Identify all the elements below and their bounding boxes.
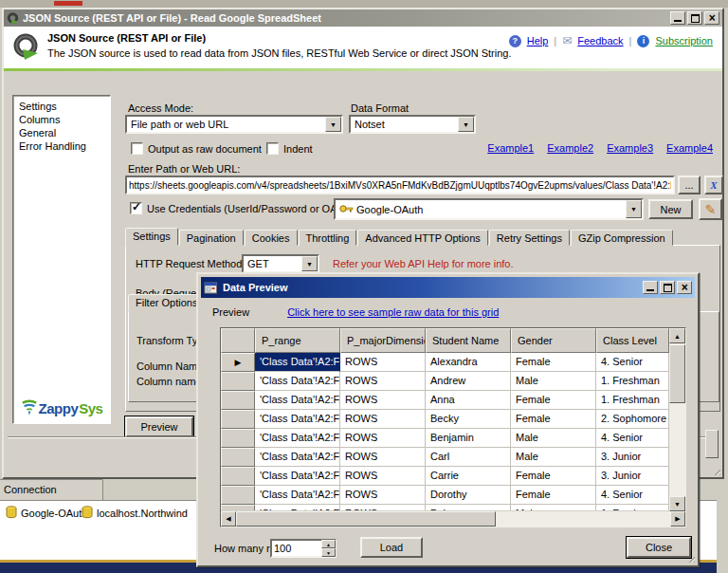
cell-student-name[interactable]: Dorothy	[426, 486, 511, 505]
cell-gender[interactable]: Female	[511, 467, 596, 486]
horizontal-scrollbar[interactable]: ◀ ▶	[221, 511, 685, 527]
tab[interactable]: Filter Options	[128, 294, 205, 312]
tab[interactable]: Throttling	[299, 230, 357, 246]
cell-p-range[interactable]: 'Class Data'!A2:F...	[255, 410, 340, 429]
tab[interactable]: Advanced HTTP Options	[357, 230, 487, 246]
new-credential-button[interactable]: New	[648, 199, 693, 219]
cell-gender[interactable]: Male	[511, 372, 596, 391]
cell-student-name[interactable]: Becky	[426, 410, 511, 429]
cell-p-majordimension[interactable]: ROWS	[340, 486, 426, 505]
cell-class-level[interactable]: 1. Freshman	[596, 505, 669, 510]
row-selector[interactable]: ▶	[221, 391, 255, 410]
row-selector[interactable]: ▶	[221, 429, 255, 448]
scrollbar-thumb[interactable]	[669, 344, 685, 403]
scroll-down-icon[interactable]: ▼	[669, 496, 685, 511]
sidebar-item[interactable]: Columns	[19, 113, 110, 126]
raw-data-link[interactable]: Click here to see sample raw data for th…	[287, 306, 499, 318]
access-mode-select[interactable]: File path or web URL ▼	[125, 115, 343, 134]
preview-button[interactable]: Preview	[125, 416, 193, 437]
expression-x-button[interactable]: X	[704, 176, 723, 194]
cell-student-name[interactable]: Anna	[426, 391, 511, 410]
cell-p-majordimension[interactable]: ROWS	[340, 505, 426, 510]
sidebar-item[interactable]: Settings	[19, 100, 110, 113]
credentials-select[interactable]: Google-OAuth ▼	[334, 198, 644, 220]
cell-class-level[interactable]: 4. Senior	[596, 486, 669, 505]
cell-class-level[interactable]: 3. Junior	[596, 448, 669, 467]
example-link[interactable]: Example3	[607, 142, 653, 154]
cell-p-range[interactable]: 'Class Data'!A2:F...	[255, 372, 340, 391]
row-count-stepper[interactable]: ▲ ▼	[321, 540, 336, 557]
tab[interactable]: Pagination	[179, 230, 244, 246]
cell-gender[interactable]: Female	[511, 410, 596, 429]
table-row[interactable]: ▶ 'Class Data'!A2:F... ROWS Andrew Male …	[221, 372, 669, 391]
cell-p-range[interactable]: 'Class Data'!A2:F...	[255, 467, 340, 486]
cell-p-majordimension[interactable]: ROWS	[340, 448, 426, 467]
cell-p-range[interactable]: 'Class Data'!A2:F...	[255, 486, 340, 505]
row-selector[interactable]: ▶	[221, 353, 255, 372]
table-row[interactable]: ▶ 'Class Data'!A2:F... ROWS Dylan Male 1…	[221, 505, 669, 510]
url-input[interactable]	[125, 176, 675, 194]
table-row[interactable]: ▶ 'Class Data'!A2:F... ROWS Dorothy Fema…	[221, 486, 669, 505]
minimize-button[interactable]	[643, 281, 658, 294]
tab[interactable]: Settings	[125, 228, 178, 246]
cell-student-name[interactable]: Carrie	[426, 467, 511, 486]
connection-item-google-oauth[interactable]: Google-OAuth	[6, 506, 87, 520]
tab[interactable]: Cookies	[245, 230, 298, 246]
cell-p-majordimension[interactable]: ROWS	[340, 391, 426, 410]
table-row[interactable]: ▶ 'Class Data'!A2:F... ROWS Carrie Femal…	[221, 467, 669, 486]
cell-p-majordimension[interactable]: ROWS	[340, 467, 426, 486]
row-selector[interactable]: ▶	[221, 486, 255, 505]
cell-class-level[interactable]: 1. Freshman	[596, 391, 669, 410]
sidebar-item[interactable]: General	[19, 126, 110, 139]
tab[interactable]: Retry Settings	[489, 230, 570, 246]
scroll-up-icon[interactable]: ▲	[669, 328, 685, 343]
table-row[interactable]: ▶ 'Class Data'!A2:F... ROWS Carl Male 3.…	[221, 448, 669, 467]
maximize-button[interactable]	[687, 11, 702, 25]
scrollbar-thumb[interactable]	[236, 511, 496, 527]
cell-class-level[interactable]: 3. Junior	[596, 467, 669, 486]
data-format-select[interactable]: Notset ▼	[349, 115, 476, 134]
row-selector[interactable]: ▶	[221, 410, 255, 429]
spinner-down-icon[interactable]: ▼	[321, 548, 336, 557]
scrollbar-fragment[interactable]	[705, 430, 719, 458]
minimize-button[interactable]	[670, 11, 685, 25]
cell-p-range[interactable]: 'Class Data'!A2:F...	[255, 448, 340, 467]
cell-student-name[interactable]: Dylan	[426, 505, 511, 510]
cell-p-majordimension[interactable]: ROWS	[340, 372, 426, 391]
connection-managers-tab[interactable]: Connection Managers	[0, 479, 103, 501]
column-header[interactable]: Class Level	[596, 328, 669, 353]
spinner-up-icon[interactable]: ▲	[321, 540, 336, 548]
cell-gender[interactable]: Male	[511, 429, 596, 448]
cell-student-name[interactable]: Andrew	[426, 372, 511, 391]
cell-student-name[interactable]: Benjamin	[426, 429, 511, 448]
indent-checkbox[interactable]	[266, 142, 279, 155]
chevron-down-icon[interactable]: ▼	[626, 200, 642, 218]
column-header[interactable]: Gender	[511, 328, 596, 353]
close-button[interactable]: ×	[704, 11, 719, 25]
cell-p-range[interactable]: 'Class Data'!A2:F...	[255, 505, 340, 510]
chevron-down-icon[interactable]: ▼	[301, 256, 318, 271]
table-row[interactable]: ▶ 'Class Data'!A2:F... ROWS Benjamin Mal…	[221, 429, 669, 448]
maximize-button[interactable]	[660, 281, 675, 294]
load-button[interactable]: Load	[360, 537, 423, 558]
resize-grip[interactable]	[682, 549, 695, 563]
raw-document-checkbox[interactable]	[131, 142, 143, 155]
cell-gender[interactable]: Male	[511, 448, 596, 467]
chevron-down-icon[interactable]: ▼	[325, 117, 341, 132]
cell-p-majordimension[interactable]: ROWS	[340, 410, 426, 429]
scroll-left-icon[interactable]: ◀	[221, 511, 236, 527]
cell-p-majordimension[interactable]: ROWS	[340, 353, 426, 372]
subscription-link[interactable]: Subscription	[655, 35, 713, 46]
example-link[interactable]: Example4	[666, 142, 713, 154]
column-header[interactable]: P_range	[255, 328, 340, 353]
feedback-link[interactable]: Feedback	[577, 35, 623, 46]
cell-p-range[interactable]: 'Class Data'!A2:F...	[255, 353, 340, 372]
edit-credential-button[interactable]: ✎	[699, 198, 722, 220]
cell-p-majordimension[interactable]: ROWS	[340, 429, 426, 448]
cell-p-range[interactable]: 'Class Data'!A2:F...	[255, 391, 340, 410]
column-header[interactable]: Student Name	[426, 328, 511, 353]
example-link[interactable]: Example2	[547, 142, 593, 154]
table-row[interactable]: ▶ 'Class Data'!A2:F... ROWS Becky Female…	[221, 410, 669, 429]
cell-p-range[interactable]: 'Class Data'!A2:F...	[255, 429, 340, 448]
help-link[interactable]: Help	[527, 35, 549, 46]
